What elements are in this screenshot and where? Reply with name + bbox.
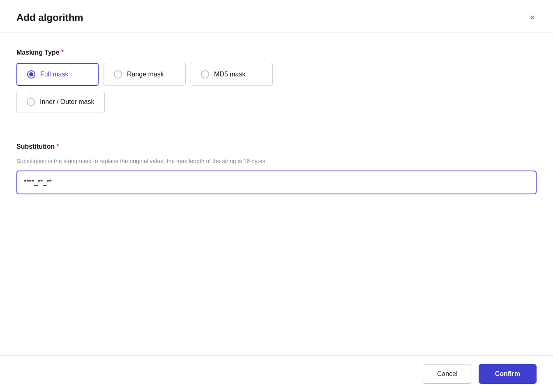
masking-type-label: Masking Type * (16, 49, 537, 56)
radio-label-range-mask: Range mask (127, 71, 164, 78)
dialog-header: Add algorithm × (0, 0, 553, 32)
radio-label-inner-outer-mask: Inner / Outer mask (40, 98, 94, 106)
section-divider (16, 128, 537, 128)
confirm-button[interactable]: Confirm (479, 364, 537, 384)
substitution-label: Substitution * (16, 143, 537, 150)
dialog-body: Masking Type * Full mask Range mask MD5 (0, 32, 553, 355)
masking-type-section: Masking Type * Full mask Range mask MD5 (16, 49, 537, 113)
substitution-section: Substitution * Substitution is the strin… (16, 143, 537, 194)
radio-label-full-mask: Full mask (40, 71, 68, 78)
substitution-required: * (56, 143, 59, 150)
radio-circle-md5-mask (201, 70, 209, 78)
radio-circle-inner-outer-mask (27, 98, 35, 106)
radio-label-md5-mask: MD5 mask (214, 71, 245, 78)
substitution-description: Substitution is the string used to repla… (16, 157, 537, 166)
radio-md5-mask[interactable]: MD5 mask (191, 63, 273, 86)
radio-full-mask[interactable]: Full mask (16, 63, 99, 86)
add-algorithm-dialog: Add algorithm × Masking Type * Full mask… (0, 0, 553, 392)
dialog-title: Add algorithm (16, 12, 83, 23)
dialog-footer: Cancel Confirm (0, 355, 553, 392)
masking-options-row-2: Inner / Outer mask (16, 91, 537, 113)
close-button[interactable]: × (528, 12, 537, 24)
radio-range-mask[interactable]: Range mask (104, 63, 186, 86)
masking-options-row-1: Full mask Range mask MD5 mask (16, 63, 537, 86)
substitution-input[interactable] (16, 171, 537, 194)
radio-circle-range-mask (114, 70, 122, 78)
masking-type-required: * (61, 49, 64, 56)
radio-inner-outer-mask[interactable]: Inner / Outer mask (16, 91, 105, 113)
cancel-button[interactable]: Cancel (423, 364, 472, 384)
radio-circle-full-mask (27, 70, 35, 78)
